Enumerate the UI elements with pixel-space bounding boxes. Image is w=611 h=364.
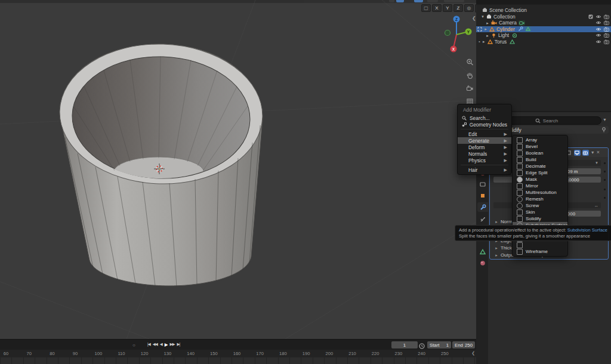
- submenu-item-wireframe[interactable]: Wireframe: [513, 248, 567, 255]
- menu-item-deform[interactable]: Deform▶: [458, 144, 511, 150]
- menu-item-edit[interactable]: Edit▶: [458, 131, 511, 137]
- outliner-row-scene-collection[interactable]: Scene Collection: [476, 7, 611, 14]
- tab-material[interactable]: [477, 258, 488, 268]
- menu-item-generate[interactable]: Generate▶: [458, 137, 511, 144]
- end-value: 250: [465, 343, 473, 348]
- submenu-item-remesh[interactable]: Remesh: [513, 196, 567, 202]
- close-icon[interactable]: ×: [597, 150, 600, 155]
- animate-dot[interactable]: [604, 179, 606, 181]
- play-button[interactable]: ▶: [163, 341, 169, 348]
- zoom-tool-icon[interactable]: [466, 58, 474, 66]
- camera-view-icon[interactable]: [466, 85, 474, 92]
- outliner-row-collection[interactable]: ▾ Collection: [476, 14, 611, 20]
- render-camera-icon[interactable]: [604, 27, 609, 32]
- timeline-ruler[interactable]: 60 70 80 90 100 110 120 130 140 150 160 …: [0, 350, 476, 357]
- animate-dot[interactable]: [604, 162, 606, 164]
- hide-eye-icon[interactable]: [595, 39, 601, 44]
- submenu-item-hidden[interactable]: [513, 242, 567, 248]
- filter-chevron-icon[interactable]: ▼: [603, 118, 607, 122]
- submenu-item-multiresolution[interactable]: Multiresolution: [513, 189, 567, 196]
- expand-icon[interactable]: ▸: [486, 21, 489, 25]
- mesh-object-icon: [487, 39, 493, 44]
- submenu-item-mask[interactable]: Mask: [513, 176, 567, 183]
- render-camera-icon[interactable]: [604, 20, 609, 25]
- outliner-row-light[interactable]: ▸ Light: [476, 32, 611, 39]
- mesh-data-icon[interactable]: [510, 39, 515, 44]
- hide-eye-icon[interactable]: [595, 20, 601, 25]
- timeline-track[interactable]: [0, 357, 476, 364]
- axis-neg-y[interactable]: [445, 30, 450, 36]
- menu-item-normals[interactable]: Normals▶: [458, 150, 511, 157]
- menu-item-hair[interactable]: Hair▶: [458, 166, 511, 173]
- render-camera-icon[interactable]: [604, 33, 609, 38]
- animate-dot[interactable]: [604, 189, 606, 190]
- submenu-item-build[interactable]: Build: [513, 156, 567, 163]
- tab-object-data[interactable]: [477, 247, 488, 257]
- mirror-y-button[interactable]: Y: [443, 4, 452, 12]
- mesh-data-badge[interactable]: [525, 26, 531, 32]
- clock-icon[interactable]: [419, 343, 425, 349]
- proportional-edit-icon[interactable]: ▢: [421, 4, 431, 12]
- submenu-item-array[interactable]: Array: [513, 137, 567, 143]
- realtime-toggle-icon[interactable]: [574, 150, 581, 156]
- jump-to-end-button[interactable]: ▶|: [175, 341, 181, 348]
- submenu-item-bevel[interactable]: Bevel: [513, 143, 567, 150]
- submenu-item-screw[interactable]: Screw: [513, 202, 567, 209]
- 3d-viewport[interactable]: ▢ X Y Z ◍ Options ▼ Z Y X: [0, 0, 476, 339]
- hide-eye-icon[interactable]: [595, 27, 601, 32]
- animate-dot[interactable]: [604, 197, 606, 199]
- menu-item-search[interactable]: Search...: [458, 115, 511, 121]
- pin-icon[interactable]: [601, 127, 606, 132]
- next-keyframe-button[interactable]: ▶▶: [168, 341, 175, 348]
- screw-icon: [517, 203, 523, 209]
- outliner-row-cylinder[interactable]: ▸ Cylinder: [476, 26, 611, 33]
- animate-dot[interactable]: [604, 171, 606, 172]
- play-reverse-button[interactable]: ◀: [159, 341, 163, 348]
- submenu-item-edge-split[interactable]: Edge Split: [513, 169, 567, 176]
- tab-view-layer[interactable]: [477, 180, 488, 189]
- render-camera-icon[interactable]: [604, 14, 609, 19]
- expand-icon[interactable]: ▸: [482, 39, 486, 44]
- extras-chevron-icon[interactable]: ▼: [591, 150, 595, 155]
- submenu-item-mirror[interactable]: Mirror: [513, 183, 567, 189]
- menu-item-physics[interactable]: Physics▶: [458, 157, 511, 164]
- expand-icon[interactable]: ▸: [486, 33, 489, 38]
- submenu-item-skin[interactable]: Skin: [513, 209, 567, 215]
- hide-eye-icon[interactable]: [595, 33, 601, 38]
- clamp-value-field[interactable]: 000: [564, 211, 601, 217]
- menu-item-geometry-nodes[interactable]: Geometry Nodes: [458, 121, 511, 128]
- tab-particles[interactable]: [477, 215, 488, 224]
- auto-keying-icon[interactable]: ○: [132, 343, 135, 348]
- jump-to-start-button[interactable]: |◀: [146, 341, 152, 348]
- outliner-row-torus[interactable]: • ▸ Torus: [476, 39, 611, 45]
- modifier-wrench-badge-icon[interactable]: [518, 26, 523, 32]
- camera-data-badge[interactable]: [519, 20, 525, 26]
- render-toggle-icon[interactable]: [582, 150, 589, 156]
- start-frame-field[interactable]: Start 1: [427, 341, 451, 348]
- submenu-item-boolean[interactable]: Boolean: [513, 150, 567, 156]
- falloff-icon[interactable]: ◍: [464, 4, 474, 12]
- expand-icon[interactable]: ▸: [484, 27, 487, 31]
- mesh-data-icon: [526, 27, 530, 31]
- exclude-checkbox-icon[interactable]: [588, 14, 593, 19]
- sidebar-collapse-arrow[interactable]: ❮: [472, 16, 476, 21]
- render-camera-icon[interactable]: [604, 39, 609, 44]
- outliner-row-camera[interactable]: ▸ Camera: [476, 20, 611, 26]
- light-data-icon[interactable]: [512, 33, 517, 38]
- mirror-z-button[interactable]: Z: [453, 4, 463, 12]
- pan-hand-icon[interactable]: [466, 72, 474, 79]
- navigation-gizmo[interactable]: Z Y X: [442, 13, 475, 55]
- build-icon: [517, 157, 523, 163]
- submenu-item-decimate[interactable]: Decimate: [513, 163, 567, 169]
- tab-object[interactable]: [477, 191, 488, 200]
- end-frame-field[interactable]: End 250: [452, 341, 475, 348]
- hide-eye-icon[interactable]: [595, 14, 601, 19]
- mirror-x-button[interactable]: X: [432, 4, 442, 12]
- submenu-item-solidify[interactable]: Solidify: [513, 215, 567, 222]
- cylinder-object[interactable]: [57, 41, 264, 286]
- prev-keyframe-button[interactable]: ◀◀: [152, 341, 159, 348]
- tab-modifiers[interactable]: [477, 202, 488, 212]
- current-frame-field[interactable]: 1: [391, 341, 418, 348]
- ruler-collapse-arrow[interactable]: ❮: [471, 351, 475, 356]
- collapse-icon[interactable]: ▾: [481, 14, 485, 18]
